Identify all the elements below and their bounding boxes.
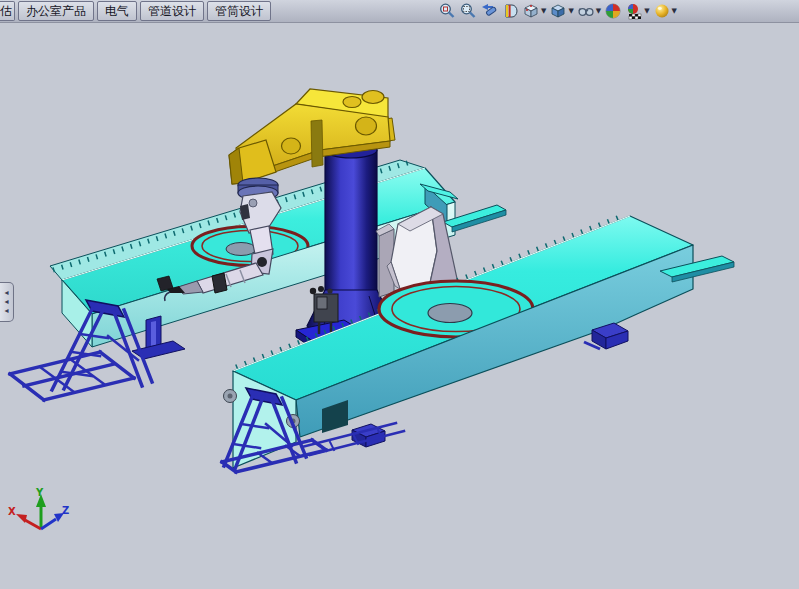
display-style-icon <box>549 2 567 20</box>
zoom-to-fit-icon <box>438 2 456 20</box>
dropdown-arrow[interactable]: ▼ <box>596 7 601 15</box>
apply-scene-button[interactable]: ▼ <box>624 1 650 21</box>
collapse-left-icon: ◂ <box>4 289 8 297</box>
section-view-button[interactable] <box>500 1 520 21</box>
heads-up-view-toolbar: ▼ ▼ ▼ <box>437 0 678 22</box>
edit-appearance-icon <box>604 2 622 20</box>
edit-appearance-button[interactable] <box>603 1 623 21</box>
apply-scene-icon <box>625 2 643 20</box>
solidworks-window: Y X Z 估 办公室产品 电气 管道设计 管筒设计 <box>0 0 799 589</box>
collapse-left-icon: ◂ <box>4 298 8 306</box>
zoom-to-fit-button[interactable] <box>437 1 457 21</box>
view-settings-button[interactable]: ▼ <box>652 1 678 21</box>
zoom-to-area-button[interactable] <box>458 1 478 21</box>
hide-show-items-icon <box>577 2 595 20</box>
tab-office-products[interactable]: 办公室产品 <box>18 1 94 21</box>
previous-view-button[interactable] <box>479 1 499 21</box>
zoom-to-area-icon <box>459 2 477 20</box>
triad-z-label: Z <box>62 505 69 516</box>
collapse-left-icon: ◂ <box>4 307 8 315</box>
dropdown-arrow[interactable]: ▼ <box>568 7 573 15</box>
tab-electrical[interactable]: 电气 <box>97 1 137 21</box>
hide-show-items-button[interactable]: ▼ <box>576 1 602 21</box>
tab-tubing-design[interactable]: 管筒设计 <box>207 1 271 21</box>
view-orientation-button[interactable]: ▼ <box>521 1 547 21</box>
tab-piping-design[interactable]: 管道设计 <box>140 1 204 21</box>
view-settings-icon <box>653 2 671 20</box>
feature-tree-flyout-handle[interactable]: ◂ ◂ ◂ <box>0 282 14 322</box>
command-manager-toolbar: 估 办公室产品 电气 管道设计 管筒设计 <box>0 0 799 23</box>
section-view-icon <box>501 2 519 20</box>
command-tabs: 估 办公室产品 电气 管道设计 管筒设计 <box>0 1 274 21</box>
triad-y-label: Y <box>35 487 44 498</box>
dropdown-arrow[interactable]: ▼ <box>672 7 677 15</box>
dropdown-arrow[interactable]: ▼ <box>541 7 546 15</box>
previous-view-icon <box>480 2 498 20</box>
display-style-button[interactable]: ▼ <box>548 1 574 21</box>
dropdown-arrow[interactable]: ▼ <box>644 7 649 15</box>
view-orientation-icon <box>522 2 540 20</box>
tab-evaluate-partial[interactable]: 估 <box>0 1 15 21</box>
graphics-viewport[interactable]: Y X Z <box>0 0 799 589</box>
triad-x-label: X <box>8 506 16 517</box>
